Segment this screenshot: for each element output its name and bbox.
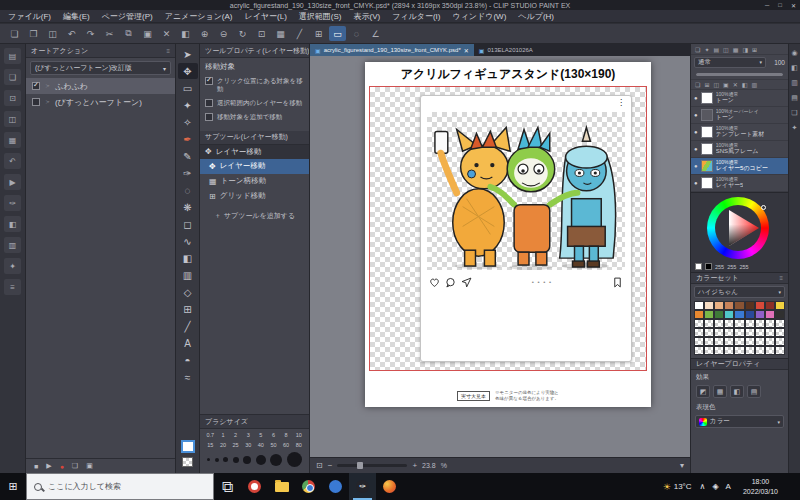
stop-icon[interactable]: ■ (34, 463, 38, 470)
add-action-icon[interactable]: ❏ (72, 462, 78, 470)
layer-palette-menu-icon[interactable]: ❏ (695, 46, 700, 53)
fit-window-icon[interactable]: ⊡ (316, 461, 323, 470)
blend-mode-dropdown[interactable]: 通常 ▾ (694, 57, 766, 68)
menu-item[interactable]: 編集(E) (63, 11, 90, 22)
layer-opacity-value[interactable]: 100 (769, 59, 785, 66)
color-swatch[interactable] (694, 310, 704, 319)
save-icon[interactable]: ◫ (44, 26, 61, 41)
brush-size-value[interactable]: 15 (204, 442, 217, 448)
menu-item[interactable]: 選択範囲(S) (299, 11, 342, 22)
brush-size-dot[interactable] (256, 455, 266, 465)
zoom-out-icon[interactable]: − (328, 461, 333, 470)
layer-settings-icon[interactable]: ⊞ (752, 46, 757, 53)
color-swatch[interactable] (775, 310, 785, 319)
cut-icon[interactable]: ✂ (101, 26, 118, 41)
color-swatch[interactable] (724, 337, 734, 346)
option-checkbox[interactable] (205, 99, 213, 107)
browser-firefox-button[interactable] (376, 473, 403, 500)
color-swatch[interactable] (704, 310, 714, 319)
copy-icon[interactable]: ⧉ (120, 26, 137, 41)
layer-color-effect-icon[interactable]: ◧ (730, 385, 744, 398)
zoom-in-icon[interactable]: + (412, 461, 417, 470)
delete-icon[interactable]: ✕ (158, 26, 175, 41)
color-swatch[interactable] (734, 319, 744, 328)
opacity-slider[interactable] (696, 73, 783, 76)
layer-mask-icon[interactable]: ◨ (742, 46, 748, 53)
color-swatch[interactable] (724, 328, 734, 337)
visibility-eye-icon[interactable]: ● (694, 112, 698, 118)
palette-auto-action-icon[interactable]: ▶ (4, 174, 21, 190)
color-swatch[interactable] (734, 310, 744, 319)
color-swatch[interactable] (755, 319, 765, 328)
brush-size-value[interactable]: 3 (242, 432, 255, 438)
undo-icon[interactable]: ↶ (63, 26, 80, 41)
auto-action-item[interactable]: ＞ (びすっとハーフトーン) (26, 94, 175, 110)
color-swatch[interactable] (704, 328, 714, 337)
eyedropper-tool[interactable]: ✧ (178, 114, 198, 130)
palette-subview-icon[interactable]: ◫ (4, 111, 21, 127)
color-swatch[interactable] (775, 301, 785, 310)
hue-selector[interactable] (761, 205, 766, 210)
color-swatch[interactable] (745, 346, 755, 355)
color-swatch[interactable] (755, 346, 765, 355)
main-color-swatch[interactable] (181, 440, 195, 453)
color-swatch[interactable] (765, 319, 775, 328)
visibility-eye-icon[interactable]: ● (694, 95, 698, 101)
palette-color-icon[interactable]: ◧ (4, 216, 21, 232)
merge-layer-icon[interactable]: ▣ (723, 81, 729, 88)
panel-menu-icon[interactable]: ≡ (779, 275, 783, 281)
color-swatch[interactable] (694, 328, 704, 337)
menu-item[interactable]: ファイル(F) (8, 11, 51, 22)
deselect-icon[interactable]: ◌ (348, 26, 365, 41)
brush-size-dot[interactable] (287, 452, 302, 467)
tool-property-option[interactable]: クリック位置にある対象を移動 (200, 74, 309, 96)
add-sub-tool-button[interactable]: ＋ サブツールを追加する (214, 211, 295, 221)
transparent-color-swatch[interactable] (182, 457, 193, 467)
maximize-button[interactable]: □ (778, 2, 782, 8)
border-effect-icon[interactable]: ◩ (696, 385, 710, 398)
line-correct-tool[interactable]: ≈ (178, 369, 198, 385)
color-wheel-palette-icon[interactable]: ◉ (791, 49, 797, 57)
color-swatch[interactable] (755, 337, 765, 346)
color-swatch[interactable] (745, 328, 755, 337)
app-blue-button[interactable] (322, 473, 349, 500)
brush-tool[interactable]: ✑ (178, 165, 198, 181)
auto-action-item[interactable]: ＞ ふわふわ (26, 78, 175, 94)
sub-tool-item[interactable]: ⊞ グリッド移動 (200, 189, 309, 204)
zoom-out-icon[interactable]: ⊖ (215, 26, 232, 41)
sub-tool-group[interactable]: ✥ レイヤー移動 (200, 145, 309, 159)
gradient-tool[interactable]: ▥ (178, 267, 198, 283)
action-set-dropdown[interactable]: (びすっとハーフトーン)改訂版 ▾ (30, 61, 171, 75)
record-icon[interactable]: ● (60, 463, 64, 470)
color-swatch[interactable] (775, 328, 785, 337)
brush-size-value[interactable]: 50 (267, 442, 280, 448)
decoration-tool[interactable]: ❋ (178, 199, 198, 215)
mask-layer-icon[interactable]: ◧ (742, 81, 748, 88)
text-tool[interactable]: A (178, 335, 198, 351)
zoom-slider-knob[interactable] (357, 462, 363, 469)
color-swatch[interactable] (755, 310, 765, 319)
layer-row[interactable]: ● 100%通常 SNS風フレーム (691, 141, 788, 158)
color-swatch[interactable] (745, 310, 755, 319)
expression-color-dropdown[interactable]: カラー ▾ (695, 415, 784, 428)
task-view-button[interactable]: ⧉ (214, 473, 241, 500)
color-swatch[interactable] (765, 310, 775, 319)
expression-color-effect-icon[interactable]: ▤ (747, 385, 761, 398)
brush-size-dot[interactable] (207, 458, 210, 461)
snap-grid-icon[interactable]: ⊞ (310, 26, 327, 41)
palette-information-icon[interactable]: ▦ (4, 132, 21, 148)
action-checkbox[interactable] (32, 82, 40, 90)
color-swatch[interactable] (714, 301, 724, 310)
menu-item[interactable]: ウィンドウ(W) (452, 11, 506, 22)
color-swatch[interactable] (694, 346, 704, 355)
brush-size-value[interactable]: 8 (280, 432, 293, 438)
menu-item[interactable]: ページ管理(P) (102, 11, 153, 22)
menu-item[interactable]: レイヤー(L) (244, 11, 286, 22)
ruler-tool[interactable]: ╱ (178, 318, 198, 334)
layer-row[interactable]: ● 100%通常 レイヤー5のコピー (691, 158, 788, 175)
brush-size-dot[interactable] (223, 457, 228, 462)
brush-size-value[interactable]: 40 (255, 442, 268, 448)
tool-property-option[interactable]: 選択範囲内のレイヤーを移動 (200, 96, 309, 110)
color-swatch[interactable] (775, 346, 785, 355)
color-swatch[interactable] (755, 328, 765, 337)
